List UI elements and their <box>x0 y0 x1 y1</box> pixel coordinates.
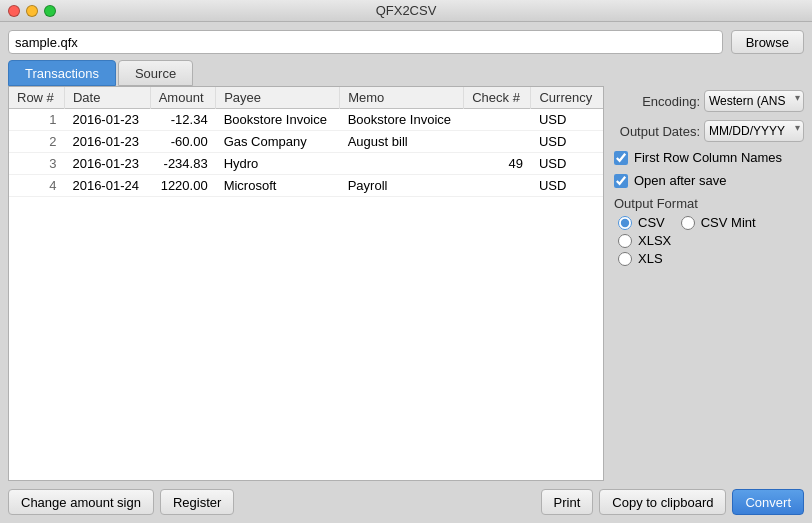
cell-amount: -12.34 <box>150 109 215 131</box>
cell-date: 2016-01-24 <box>64 175 150 197</box>
radio-csv-mint-label: CSV Mint <box>701 215 756 230</box>
col-date: Date <box>64 87 150 109</box>
output-format-label: Output Format <box>614 196 804 211</box>
cell-payee: Gas Company <box>216 131 340 153</box>
radio-xls-label: XLS <box>638 251 663 266</box>
cell-row-num: 2 <box>9 131 64 153</box>
open-after-save-checkbox[interactable] <box>614 174 628 188</box>
radio-xlsx: XLSX <box>618 233 804 248</box>
window-title: QFX2CSV <box>376 3 437 18</box>
cell-check <box>464 175 531 197</box>
cell-check <box>464 131 531 153</box>
register-button[interactable]: Register <box>160 489 234 515</box>
cell-date: 2016-01-23 <box>64 153 150 175</box>
table-row: 2 2016-01-23 -60.00 Gas Company August b… <box>9 131 603 153</box>
cell-check: 49 <box>464 153 531 175</box>
print-button[interactable]: Print <box>541 489 594 515</box>
tab-transactions[interactable]: Transactions <box>8 60 116 86</box>
cell-row-num: 4 <box>9 175 64 197</box>
cell-check <box>464 109 531 131</box>
cell-memo <box>340 153 464 175</box>
col-row-num: Row # <box>9 87 64 109</box>
cell-memo: Payroll <box>340 175 464 197</box>
open-after-save-row: Open after save <box>614 173 804 188</box>
cell-date: 2016-01-23 <box>64 131 150 153</box>
encoding-row: Encoding: Western (ANS <box>614 90 804 112</box>
convert-button[interactable]: Convert <box>732 489 804 515</box>
left-panel: Transactions Source Row # Date Amount Pa… <box>8 60 604 481</box>
file-row: Browse <box>8 30 804 54</box>
radio-csv: CSV <box>618 215 665 230</box>
transactions-table-container: Row # Date Amount Payee Memo Check # Cur… <box>8 86 604 481</box>
output-dates-label: Output Dates: <box>620 124 700 139</box>
cell-payee: Microsoft <box>216 175 340 197</box>
col-check: Check # <box>464 87 531 109</box>
table-row: 4 2016-01-24 1220.00 Microsoft Payroll U… <box>9 175 603 197</box>
open-after-save-label: Open after save <box>634 173 727 188</box>
first-row-col-names-checkbox[interactable] <box>614 151 628 165</box>
radio-csv-mint: CSV Mint <box>681 215 756 230</box>
col-payee: Payee <box>216 87 340 109</box>
cell-currency: USD <box>531 175 603 197</box>
cell-amount: -60.00 <box>150 131 215 153</box>
cell-memo: August bill <box>340 131 464 153</box>
encoding-select[interactable]: Western (ANS <box>704 90 804 112</box>
cell-row-num: 1 <box>9 109 64 131</box>
encoding-select-wrapper: Western (ANS <box>704 90 804 112</box>
radio-row-1: CSV CSV Mint <box>618 215 804 230</box>
cell-date: 2016-01-23 <box>64 109 150 131</box>
first-row-col-names-row: First Row Column Names <box>614 150 804 165</box>
col-currency: Currency <box>531 87 603 109</box>
cell-amount: -234.83 <box>150 153 215 175</box>
radio-csv-mint-input[interactable] <box>681 216 695 230</box>
minimize-button[interactable] <box>26 5 38 17</box>
window-controls <box>8 5 56 17</box>
cell-payee: Bookstore Invoice <box>216 109 340 131</box>
cell-amount: 1220.00 <box>150 175 215 197</box>
cell-payee: Hydro <box>216 153 340 175</box>
col-memo: Memo <box>340 87 464 109</box>
main-content: Browse Transactions Source Row # <box>0 22 812 523</box>
cell-currency: USD <box>531 153 603 175</box>
cell-memo: Bookstore Invoice <box>340 109 464 131</box>
radio-xlsx-label: XLSX <box>638 233 671 248</box>
table-header-row: Row # Date Amount Payee Memo Check # Cur… <box>9 87 603 109</box>
change-amount-sign-button[interactable]: Change amount sign <box>8 489 154 515</box>
output-dates-select[interactable]: MM/DD/YYYY <box>704 120 804 142</box>
tabs: Transactions Source <box>8 60 604 86</box>
title-bar: QFX2CSV <box>0 0 812 22</box>
cell-currency: USD <box>531 131 603 153</box>
cell-row-num: 3 <box>9 153 64 175</box>
output-format-section: Output Format CSV CSV Mint <box>614 196 804 266</box>
copy-to-clipboard-button[interactable]: Copy to clipboard <box>599 489 726 515</box>
right-panel: Encoding: Western (ANS Output Dates: MM/… <box>604 60 804 481</box>
table-row: 1 2016-01-23 -12.34 Bookstore Invoice Bo… <box>9 109 603 131</box>
tab-source[interactable]: Source <box>118 60 193 86</box>
browse-button[interactable]: Browse <box>731 30 804 54</box>
radio-csv-label: CSV <box>638 215 665 230</box>
radio-group: CSV CSV Mint XLSX XLS <box>614 215 804 266</box>
transactions-table: Row # Date Amount Payee Memo Check # Cur… <box>9 87 603 197</box>
bottom-bar: Change amount sign Register Print Copy t… <box>8 487 804 515</box>
encoding-label: Encoding: <box>642 94 700 109</box>
first-row-col-names-label: First Row Column Names <box>634 150 782 165</box>
radio-csv-input[interactable] <box>618 216 632 230</box>
col-amount: Amount <box>150 87 215 109</box>
body-area: Transactions Source Row # Date Amount Pa… <box>8 60 804 481</box>
output-dates-row: Output Dates: MM/DD/YYYY <box>614 120 804 142</box>
close-button[interactable] <box>8 5 20 17</box>
radio-xlsx-input[interactable] <box>618 234 632 248</box>
radio-xls-input[interactable] <box>618 252 632 266</box>
cell-currency: USD <box>531 109 603 131</box>
maximize-button[interactable] <box>44 5 56 17</box>
output-dates-select-wrapper: MM/DD/YYYY <box>704 120 804 142</box>
file-path-input[interactable] <box>8 30 723 54</box>
radio-xls: XLS <box>618 251 804 266</box>
table-row: 3 2016-01-23 -234.83 Hydro 49 USD <box>9 153 603 175</box>
